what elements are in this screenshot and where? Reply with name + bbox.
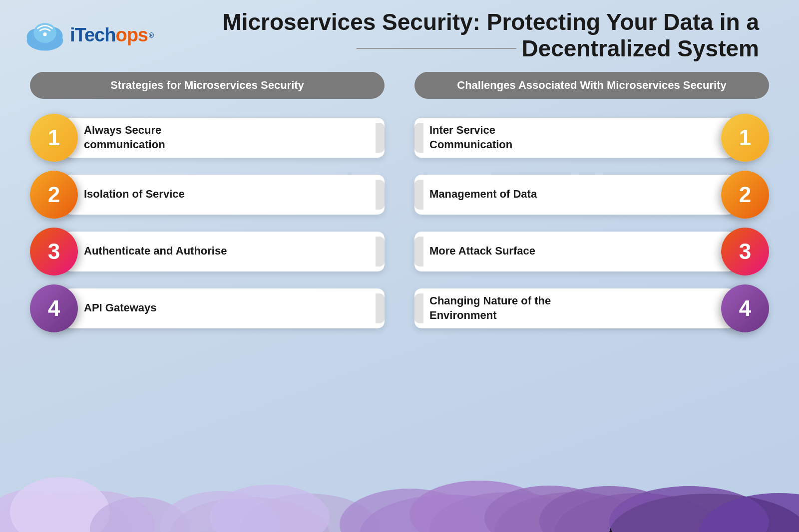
left-item-3: 3 Authenticate and Authorise [30, 228, 385, 275]
right-column-header: Challenges Associated With Microservices… [414, 72, 769, 99]
logo-icon [20, 16, 70, 54]
column-headers: Strategies for Microservices Security Ch… [0, 72, 799, 99]
logo-i: i [70, 24, 75, 46]
right-number-1: 1 [739, 125, 751, 150]
left-column: 1 Always Securecommunication 2 Isolation… [30, 114, 385, 332]
left-circle-3: 3 [30, 228, 78, 275]
left-bar-1: Always Securecommunication [64, 118, 385, 158]
left-number-2: 2 [48, 182, 60, 207]
left-circle-2: 2 [30, 171, 78, 219]
left-text-3: Authenticate and Authorise [84, 244, 227, 259]
logo-registered: ® [149, 31, 153, 39]
title-area: Microservices Security: Protecting Your … [173, 9, 779, 62]
svg-point-5 [0, 492, 130, 532]
right-circle-1: 1 [721, 114, 769, 162]
header: i Tech ops ® Microservices Security: Pro… [0, 0, 799, 67]
left-item-4: 4 API Gateways [30, 284, 385, 332]
svg-point-21 [539, 486, 679, 532]
logo-tech: Tech [75, 24, 116, 46]
left-text-4: API Gateways [84, 301, 157, 315]
right-circle-2: 2 [721, 171, 769, 219]
svg-point-9 [90, 497, 190, 532]
svg-point-24 [699, 493, 799, 532]
left-bar-3: Authenticate and Authorise [64, 232, 385, 271]
right-item-4: Changing Nature of theEnvironment 4 [414, 284, 769, 332]
right-number-3: 3 [739, 239, 751, 264]
svg-point-12 [240, 494, 380, 532]
main-title: Microservices Security: Protecting Your … [173, 9, 759, 62]
left-circle-1: 1 [30, 114, 78, 162]
right-item-1: Inter ServiceCommunication 1 [414, 114, 769, 162]
right-text-4: Changing Nature of theEnvironment [429, 294, 551, 322]
right-item-2: Management of Data 2 [414, 171, 769, 219]
left-text-1: Always Securecommunication [84, 123, 165, 152]
left-item-2: 2 Isolation of Service [30, 171, 385, 219]
svg-point-7 [45, 491, 155, 532]
svg-point-11 [160, 491, 280, 532]
svg-point-16 [429, 492, 589, 532]
svg-point-20 [554, 493, 724, 532]
right-item-3: More Attack Surface 3 [414, 228, 769, 275]
svg-point-8 [10, 477, 110, 532]
svg-point-17 [409, 481, 549, 532]
left-number-4: 4 [48, 296, 60, 321]
bottom-clouds-decoration [0, 452, 799, 532]
left-number-3: 3 [48, 239, 60, 264]
left-bar-2: Isolation of Service [64, 175, 385, 215]
svg-point-4 [43, 32, 46, 36]
svg-point-6 [0, 490, 75, 532]
right-text-3: More Attack Surface [429, 244, 535, 259]
svg-point-18 [494, 492, 654, 532]
left-text-2: Isolation of Service [84, 187, 185, 202]
left-bar-4: API Gateways [64, 288, 385, 328]
right-column: Inter ServiceCommunication 1 Management … [414, 114, 769, 332]
title-divider [357, 48, 516, 49]
title-line2: Decentralized System [521, 35, 759, 62]
right-text-2: Management of Data [429, 187, 537, 202]
svg-point-14 [360, 495, 539, 532]
left-number-1: 1 [48, 125, 60, 150]
logo-text: i Tech ops ® [70, 24, 153, 46]
title-line1: Microservices Security: Protecting Your … [222, 9, 759, 35]
left-circle-4: 4 [30, 284, 78, 332]
logo-area: i Tech ops ® [20, 16, 153, 54]
right-bar-1: Inter ServiceCommunication [414, 118, 735, 158]
right-text-1: Inter ServiceCommunication [429, 123, 512, 152]
left-column-header: Strategies for Microservices Security [30, 72, 385, 99]
main-content: 1 Always Securecommunication 2 Isolation… [0, 104, 799, 332]
logo-ops: ops [115, 24, 148, 46]
svg-point-15 [340, 489, 479, 532]
right-circle-4: 4 [721, 284, 769, 332]
svg-point-22 [609, 494, 799, 532]
svg-point-19 [484, 486, 614, 532]
right-number-4: 4 [739, 296, 751, 321]
right-bar-3: More Attack Surface [414, 232, 735, 271]
svg-point-23 [609, 486, 769, 532]
svg-point-10 [170, 497, 330, 532]
right-number-2: 2 [739, 182, 751, 207]
right-bar-2: Management of Data [414, 175, 735, 215]
right-circle-3: 3 [721, 228, 769, 275]
svg-point-13 [210, 485, 330, 532]
left-item-1: 1 Always Securecommunication [30, 114, 385, 162]
right-bar-4: Changing Nature of theEnvironment [414, 288, 735, 328]
